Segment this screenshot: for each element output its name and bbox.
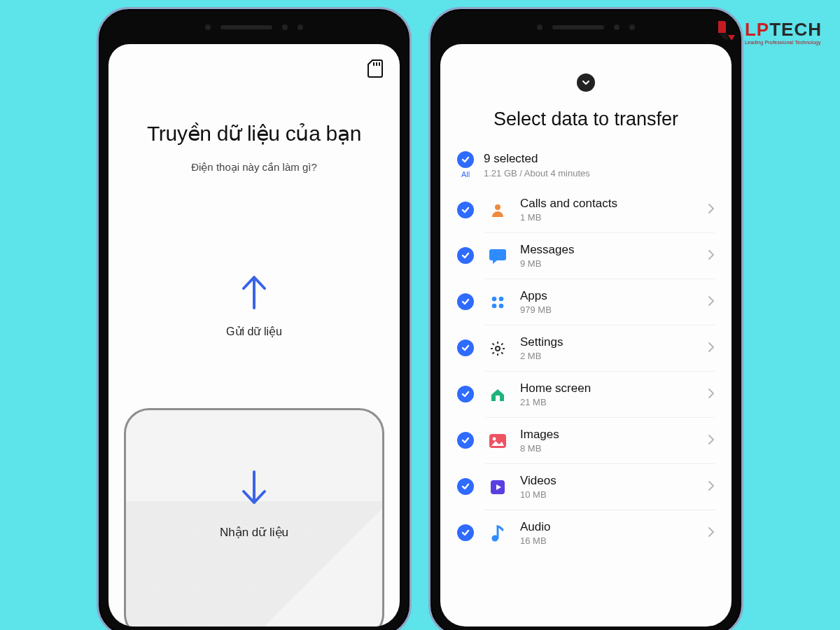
brand-logo-mark [714, 20, 739, 45]
receive-data-button[interactable]: Nhận dữ liệu [124, 408, 384, 626]
svg-line-16 [493, 352, 494, 354]
row-label: Apps [520, 289, 695, 303]
videos-icon [488, 477, 507, 497]
row-checkbox[interactable] [457, 293, 474, 310]
page-title: Select data to transfer [440, 108, 732, 130]
home-icon [488, 385, 507, 405]
row-label: Messages [520, 243, 695, 257]
settings-icon [488, 339, 507, 358]
chevron-right-icon [708, 526, 715, 540]
row-label: Videos [520, 474, 695, 488]
data-category-row[interactable]: Audio16 MB [457, 510, 715, 556]
row-size: 1 MB [520, 212, 695, 223]
row-label: Images [520, 428, 695, 442]
svg-point-8 [499, 303, 504, 308]
row-size: 9 MB [520, 258, 695, 269]
svg-point-20 [493, 437, 496, 440]
audio-icon [488, 524, 507, 543]
row-label: Settings [520, 335, 695, 349]
contact-icon [488, 200, 507, 220]
message-icon [488, 246, 507, 266]
row-checkbox[interactable] [457, 432, 474, 449]
row-size: 10 MB [520, 489, 695, 500]
brand-logo-text: LPTECH [745, 20, 822, 38]
svg-point-6 [499, 296, 504, 301]
row-label: Home screen [520, 382, 695, 396]
svg-line-15 [501, 352, 503, 354]
phone-mockup-right: Select data to transfer All 9 selected 1… [428, 7, 743, 630]
chevron-right-icon [708, 434, 715, 448]
scroll-indicator[interactable] [440, 44, 732, 92]
images-icon [488, 431, 507, 451]
send-data-label: Gửi dữ liệu [108, 325, 400, 338]
row-checkbox[interactable] [457, 202, 474, 218]
chevron-right-icon [708, 388, 715, 402]
svg-point-3 [495, 204, 500, 210]
data-category-row[interactable]: Messages9 MB [457, 232, 715, 279]
row-size: 8 MB [520, 443, 695, 454]
arrow-down-icon [238, 469, 270, 511]
chevron-right-icon [708, 480, 715, 494]
row-checkbox[interactable] [457, 478, 474, 495]
page-title: Truyền dữ liệu của bạn [130, 121, 379, 146]
brand-logo-tagline: Leading Professional Technology [745, 40, 822, 45]
sd-card-icon[interactable] [368, 59, 383, 78]
row-size: 21 MB [520, 397, 695, 407]
svg-point-7 [492, 303, 497, 308]
svg-rect-4 [489, 249, 506, 260]
apps-icon [488, 293, 507, 312]
chevron-right-icon [708, 249, 715, 263]
svg-point-5 [492, 296, 497, 301]
data-category-row[interactable]: Calls and contacts1 MB [457, 187, 715, 232]
brand-logo: LPTECH Leading Professional Technology [714, 20, 822, 45]
select-all-label: All [461, 170, 470, 178]
arrow-up-icon [238, 272, 270, 314]
svg-rect-0 [373, 62, 374, 66]
chevron-right-icon [708, 342, 715, 356]
page-subtitle: Điện thoại này cần làm gì? [130, 161, 379, 174]
row-checkbox[interactable] [457, 524, 474, 541]
row-size: 16 MB [520, 536, 695, 546]
send-data-button[interactable]: Gửi dữ liệu [108, 272, 400, 338]
svg-point-9 [496, 346, 500, 351]
chevron-down-icon [577, 74, 595, 92]
row-checkbox[interactable] [457, 386, 474, 402]
data-category-row[interactable]: Videos10 MB [457, 463, 715, 510]
svg-rect-1 [376, 62, 377, 66]
row-size: 2 MB [520, 351, 695, 361]
chevron-right-icon [708, 203, 715, 217]
data-category-row[interactable]: Settings2 MB [457, 325, 715, 371]
svg-rect-2 [379, 62, 380, 66]
svg-rect-18 [496, 396, 500, 401]
row-label: Audio [520, 520, 695, 534]
phone-mockup-left: Truyền dữ liệu của bạn Điện thoại này cầ… [97, 7, 412, 630]
data-category-row[interactable]: Images8 MB [457, 417, 715, 463]
svg-line-14 [493, 343, 494, 344]
data-category-row[interactable]: Home screen21 MB [457, 371, 715, 417]
receive-data-label: Nhận dữ liệu [220, 525, 288, 540]
row-label: Calls and contacts [520, 197, 695, 211]
row-checkbox[interactable] [457, 247, 474, 264]
select-all-checkbox[interactable] [457, 151, 474, 168]
selected-size-eta: 1.21 GB / About 4 minutes [484, 168, 590, 178]
row-size: 979 MB [520, 304, 695, 315]
selected-count: 9 selected [484, 152, 590, 166]
svg-line-17 [501, 343, 503, 344]
chevron-right-icon [708, 295, 715, 309]
row-checkbox[interactable] [457, 340, 474, 356]
data-category-row[interactable]: Apps979 MB [457, 279, 715, 325]
